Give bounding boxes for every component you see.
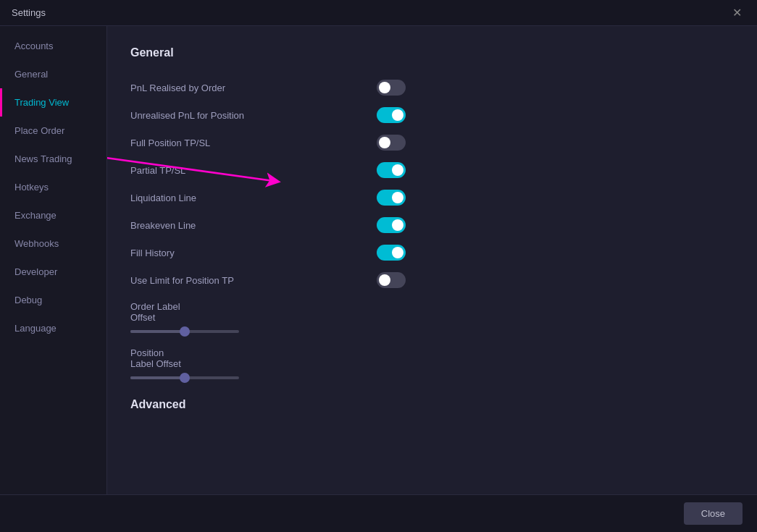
general-section-title: General [130,46,734,59]
settings-label-unrealised-pnl: Unrealised PnL for Position [130,110,244,121]
toggle-unrealised-pnl[interactable] [377,107,406,123]
position-label-offset-label: PositionLabel Offset [130,347,406,369]
settings-row-liquidation-line: Liquidation Line [130,184,406,211]
sidebar-item-general[interactable]: General [0,60,106,88]
sidebar-item-language[interactable]: Language [0,314,106,342]
settings-row-unrealised-pnl: Unrealised PnL for Position [130,101,406,129]
settings-label-liquidation-line: Liquidation Line [130,193,196,203]
toggle-knob-use-limit [379,274,390,286]
toggle-knob-pnl-realised [379,82,390,93]
toggle-partial-tpsl[interactable] [377,162,406,178]
settings-label-breakeven-line: Breakeven Line [130,220,196,231]
advanced-section-title: Advanced [130,398,734,411]
settings-label-pnl-realised: PnL Realised by Order [130,83,225,93]
modal-body: AccountsGeneralTrading ViewPlace OrderNe… [0,26,757,494]
content-area: General PnL Realised by OrderUnrealised … [107,26,757,494]
order-label-offset-track[interactable] [130,330,239,333]
settings-label-fill-history: Fill History [130,248,175,258]
title-bar: Settings ✕ [0,0,757,26]
toggle-knob-fill-history [392,247,403,258]
settings-row-partial-tpsl: Partial TP/SL [130,156,406,184]
toggle-liquidation-line[interactable] [377,190,406,206]
sidebar-item-place-order[interactable]: Place Order [0,117,106,145]
settings-row-full-position-tpsl: Full Position TP/SL [130,129,406,156]
order-label-offset-row: Order LabelOffset [130,294,406,340]
toggle-full-position-tpsl[interactable] [377,135,406,151]
footer-close-button[interactable]: Close [684,502,743,525]
sidebar-item-accounts[interactable]: Accounts [0,32,106,60]
settings-row-pnl-realised: PnL Realised by Order [130,74,406,101]
sidebar-item-news-trading[interactable]: News Trading [0,145,106,173]
sidebar-item-webhooks[interactable]: Webhooks [0,229,106,258]
toggle-fill-history[interactable] [377,245,406,261]
sidebar-item-exchange[interactable]: Exchange [0,201,106,229]
toggle-knob-liquidation-line [392,192,403,203]
settings-label-use-limit: Use Limit for Position TP [130,275,234,286]
sidebar-item-developer[interactable]: Developer [0,258,106,286]
settings-row-breakeven-line: Breakeven Line [130,211,406,239]
settings-row-fill-history: Fill History [130,239,406,266]
position-label-offset-row: PositionLabel Offset [130,340,406,387]
title-close-button[interactable]: ✕ [728,4,745,22]
toggle-knob-partial-tpsl [392,164,403,176]
sidebar-item-debug[interactable]: Debug [0,286,106,314]
toggle-knob-unrealised-pnl [392,109,403,121]
settings-row-use-limit: Use Limit for Position TP [130,266,406,294]
toggle-knob-full-position-tpsl [379,137,390,148]
sidebar: AccountsGeneralTrading ViewPlace OrderNe… [0,26,107,494]
settings-label-partial-tpsl: Partial TP/SL [130,165,185,176]
settings-modal: Settings ✕ AccountsGeneralTrading ViewPl… [0,0,757,532]
settings-rows: PnL Realised by OrderUnrealised PnL for … [130,74,734,294]
sidebar-item-hotkeys[interactable]: Hotkeys [0,173,106,201]
settings-label-full-position-tpsl: Full Position TP/SL [130,138,210,148]
toggle-use-limit[interactable] [377,272,406,288]
order-label-offset-label: Order LabelOffset [130,301,406,323]
modal-title: Settings [12,7,46,18]
sidebar-item-trading-view[interactable]: Trading View [0,88,106,117]
toggle-pnl-realised[interactable] [377,80,406,96]
footer-bar: Close [0,494,757,532]
toggle-knob-breakeven-line [392,219,403,231]
toggle-breakeven-line[interactable] [377,217,406,233]
position-label-offset-track[interactable] [130,376,239,379]
